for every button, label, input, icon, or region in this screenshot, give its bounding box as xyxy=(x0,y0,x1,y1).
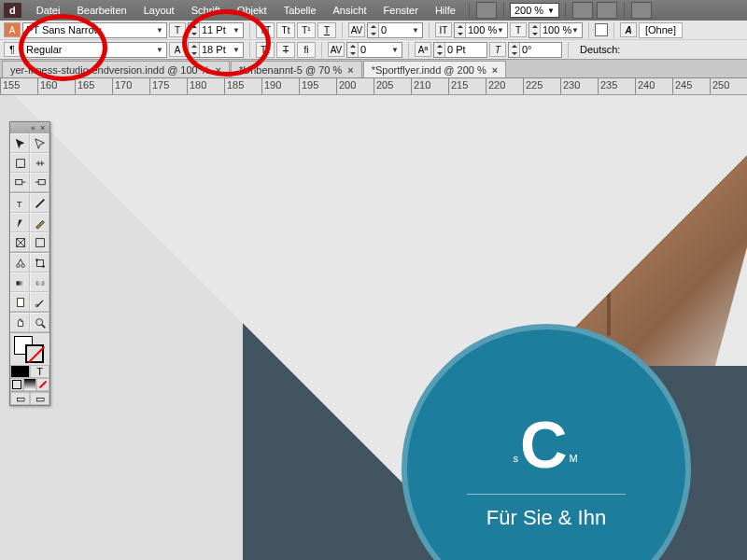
rectangle-frame-tool[interactable] xyxy=(10,232,30,252)
scissors-tool[interactable] xyxy=(10,253,30,273)
ruler-tick: 190 xyxy=(261,78,281,94)
spinner-icon[interactable] xyxy=(189,23,200,37)
fill-stroke-swatch[interactable] xyxy=(10,333,49,365)
skew-field[interactable]: 0° xyxy=(508,42,562,58)
spinner-icon[interactable] xyxy=(509,43,520,57)
all-caps-button[interactable]: TT xyxy=(256,22,275,38)
menu-fenster[interactable]: Fenster xyxy=(376,3,426,18)
ruler-tick: 175 xyxy=(149,78,169,94)
char-style-icon: A xyxy=(620,22,637,37)
subscript-button[interactable]: T₁ xyxy=(256,42,275,58)
rectangle-tool[interactable] xyxy=(30,232,49,252)
spinner-icon[interactable] xyxy=(455,23,466,37)
arrange-docs-icon[interactable] xyxy=(631,2,652,19)
pencil-tool[interactable] xyxy=(30,213,49,232)
superscript-button[interactable]: T¹ xyxy=(297,22,316,38)
line-tool[interactable] xyxy=(30,193,49,213)
apply-none-button[interactable] xyxy=(10,378,23,391)
ligature-button[interactable]: fi xyxy=(297,42,316,58)
apply-color-button[interactable] xyxy=(10,365,30,378)
menu-schrift[interactable]: Schrift xyxy=(184,3,228,18)
document-tab[interactable]: yer-fitness-studio-endversion.indd @ 100… xyxy=(2,61,230,77)
type-tool[interactable]: T xyxy=(10,193,30,213)
vscale-field[interactable]: 100 %▼ xyxy=(454,22,508,38)
hscale-field[interactable]: 100 %▼ xyxy=(529,22,583,38)
kerning-field[interactable]: 0▼ xyxy=(367,22,423,38)
document-canvas[interactable]: sCM Für Sie & Ihn xyxy=(0,95,747,560)
ruler-tick: 250 xyxy=(710,78,729,94)
menu-datei[interactable]: Datei xyxy=(29,3,68,18)
document-tab[interactable]: *Sportflyer.indd @ 200 % × xyxy=(363,61,507,77)
bridge-icon[interactable] xyxy=(476,2,497,19)
close-icon[interactable]: × xyxy=(40,124,48,132)
menu-layout[interactable]: Layout xyxy=(136,3,182,18)
tab-label: yer-fitness-studio-endversion.indd @ 100… xyxy=(10,64,210,76)
menu-hilfe[interactable]: Hilfe xyxy=(428,3,463,18)
app-menubar: d Datei Bearbeiten Layout Schrift Objekt… xyxy=(0,0,747,21)
ruler-tick: 195 xyxy=(299,78,318,94)
spinner-icon[interactable] xyxy=(347,43,359,57)
svg-rect-1 xyxy=(15,179,21,184)
leading-field[interactable]: 18 Pt▼ xyxy=(188,42,244,58)
panel-titlebar[interactable]: « × xyxy=(10,122,49,133)
character-mode-icon[interactable]: A xyxy=(4,22,21,37)
apply-none-button[interactable] xyxy=(36,378,49,391)
gradient-feather-tool[interactable] xyxy=(30,273,49,292)
free-transform-tool[interactable] xyxy=(30,253,49,273)
divider xyxy=(467,494,626,495)
small-caps-button[interactable]: Tt xyxy=(276,22,295,38)
apply-gradient-button[interactable] xyxy=(23,378,36,391)
font-family-field[interactable]: PT Sans Narrow▼ xyxy=(22,22,167,38)
char-style-field[interactable]: [Ohne] xyxy=(639,22,683,38)
collapse-icon[interactable]: « xyxy=(31,124,38,132)
gradient-swatch-tool[interactable] xyxy=(10,273,30,292)
fill-swatch[interactable] xyxy=(595,23,608,36)
menu-tabelle[interactable]: Tabelle xyxy=(276,3,324,18)
font-style-field[interactable]: Regular▼ xyxy=(22,42,167,58)
stroke-swatch[interactable] xyxy=(25,344,44,363)
zoom-select[interactable]: 200 % ▼ xyxy=(510,3,559,18)
chevron-down-icon: ▼ xyxy=(497,26,504,35)
spinner-icon[interactable] xyxy=(189,43,200,57)
normal-view-button[interactable]: ▭ xyxy=(10,392,30,405)
eyedropper-tool[interactable] xyxy=(30,292,49,312)
content-placer-tool[interactable] xyxy=(30,173,49,192)
paragraph-mode-icon[interactable]: ¶ xyxy=(4,42,21,57)
zoom-tool[interactable] xyxy=(30,313,49,332)
tools-panel: « × TT▭▭ xyxy=(9,121,50,406)
preview-view-button[interactable]: ▭ xyxy=(30,392,49,405)
screen-mode-icon[interactable] xyxy=(597,2,617,19)
menu-ansicht[interactable]: Ansicht xyxy=(326,3,374,18)
underline-button[interactable]: T xyxy=(317,22,336,38)
control-panel: A PT Sans Narrow▼ T 11 Pt▼ TT Tt T¹ T AV… xyxy=(0,21,747,60)
content-collector-tool[interactable] xyxy=(10,173,30,192)
page-tool[interactable] xyxy=(10,153,30,173)
close-icon[interactable]: × xyxy=(347,64,353,76)
kerning-icon: AV xyxy=(348,22,365,37)
baseline-field[interactable]: 0 Pt xyxy=(433,42,487,58)
pen-tool[interactable] xyxy=(10,213,30,232)
ruler-tick: 245 xyxy=(672,78,692,94)
close-icon[interactable]: × xyxy=(216,64,221,76)
horizontal-ruler[interactable]: 1551601651701751801851901952002052102152… xyxy=(0,78,747,95)
direct-selection-tool[interactable] xyxy=(30,133,49,153)
menu-objekt[interactable]: Objekt xyxy=(230,3,275,18)
spinner-icon[interactable] xyxy=(434,43,445,57)
note-tool[interactable] xyxy=(10,292,30,312)
selection-tool[interactable] xyxy=(10,133,30,153)
view-options-icon[interactable] xyxy=(572,2,593,19)
document-tab[interactable]: *Unbenannt-5 @ 70 % × xyxy=(231,61,362,77)
logo-m: M xyxy=(569,453,579,464)
spinner-icon[interactable] xyxy=(529,23,541,37)
tracking-field[interactable]: 0▼ xyxy=(346,42,402,58)
spinner-icon[interactable] xyxy=(368,23,379,37)
close-icon[interactable]: × xyxy=(492,64,498,76)
strikethrough-button[interactable]: T xyxy=(276,42,295,58)
menu-bearbeiten[interactable]: Bearbeiten xyxy=(69,3,134,18)
gap-tool[interactable] xyxy=(30,153,49,173)
hand-tool[interactable] xyxy=(10,313,30,332)
formatting-text-button[interactable]: T xyxy=(30,365,49,378)
font-size-field[interactable]: 11 Pt▼ xyxy=(188,22,244,38)
skew-value: 0° xyxy=(522,44,532,55)
char-style-value: [Ohne] xyxy=(645,24,676,35)
